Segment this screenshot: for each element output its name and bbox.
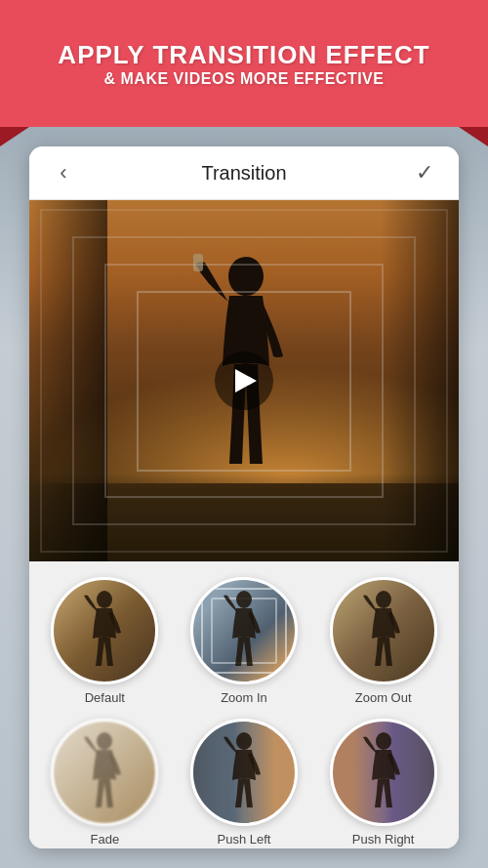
- effect-thumb-push-right: [330, 719, 437, 826]
- effect-push-right[interactable]: Push Right: [317, 719, 449, 847]
- confirm-button[interactable]: ✓: [410, 160, 439, 186]
- page-title: Transition: [201, 162, 286, 185]
- effect-thumb-fade: [51, 719, 158, 826]
- svg-point-2: [97, 591, 112, 608]
- effect-label-fade: Fade: [91, 832, 120, 847]
- svg-point-7: [376, 732, 391, 750]
- thumb-person-push-left: [220, 731, 268, 813]
- effect-zoom-in[interactable]: Zoom In: [179, 577, 310, 705]
- effect-label-default: Default: [85, 690, 125, 705]
- svg-point-5: [97, 732, 112, 750]
- svg-point-3: [236, 591, 252, 608]
- banner-line1: APPLY TRANSITION EFFECT: [58, 40, 429, 70]
- effect-fade[interactable]: Fade: [39, 719, 171, 847]
- thumb-person-zoom-out: [359, 590, 408, 672]
- svg-point-4: [376, 591, 391, 608]
- effect-push-left[interactable]: Push Left: [179, 719, 310, 847]
- thumb-person-default: [80, 590, 129, 672]
- effect-zoom-out[interactable]: Zoom Out: [317, 577, 449, 705]
- video-preview: [29, 200, 459, 561]
- back-button[interactable]: ‹: [49, 160, 78, 186]
- play-button[interactable]: [215, 351, 273, 410]
- effect-thumb-push-left: [190, 719, 298, 826]
- svg-point-6: [236, 732, 252, 750]
- main-card: ‹ Transition ✓: [29, 146, 459, 848]
- promo-banner: APPLY TRANSITION EFFECT & MAKE VIDEOS MO…: [0, 0, 488, 127]
- effect-default[interactable]: Default: [39, 577, 171, 705]
- effect-label-push-right: Push Right: [352, 832, 415, 847]
- effect-thumb-default: [51, 577, 158, 684]
- thumb-person-zoom-in: [220, 590, 268, 672]
- effect-label-zoom-out: Zoom Out: [355, 690, 412, 705]
- thumb-person-fade: [80, 731, 129, 813]
- effects-grid: Default Zoom In: [29, 561, 459, 848]
- play-icon: [235, 369, 257, 393]
- banner-line2: & MAKE VIDEOS MORE EFFECTIVE: [104, 70, 385, 88]
- navigation-header: ‹ Transition ✓: [29, 146, 459, 200]
- effect-thumb-zoom-in: [190, 577, 298, 684]
- thumb-person-push-right: [359, 731, 408, 813]
- effect-label-push-left: Push Left: [218, 832, 271, 847]
- effect-thumb-zoom-out: [330, 577, 437, 684]
- effect-label-zoom-in: Zoom In: [221, 690, 267, 705]
